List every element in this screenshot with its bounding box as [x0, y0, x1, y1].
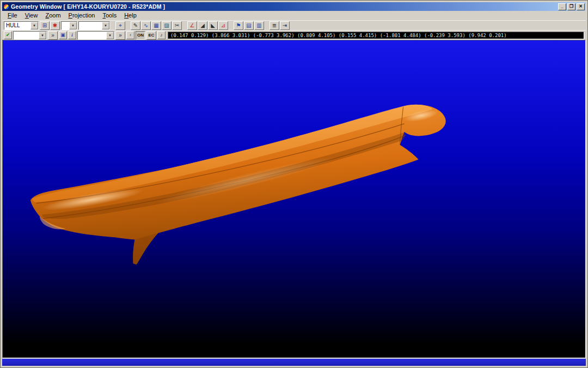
part-select-value: [62, 22, 69, 29]
info-icon: i: [71, 33, 73, 38]
export-icon: ⇥: [283, 23, 287, 28]
point-select-value: [78, 32, 106, 39]
apply-button[interactable]: ✔: [4, 31, 12, 39]
speaker-button[interactable]: ♪: [157, 31, 166, 39]
on-toggle-label: ON: [137, 33, 144, 38]
close-button[interactable]: ✕: [577, 3, 585, 10]
fast-forward-button[interactable]: »: [48, 31, 58, 40]
data-grid-icon: ▤: [246, 23, 251, 28]
trim-icon: ✂: [175, 23, 179, 28]
data-grid-button[interactable]: ▤: [244, 21, 254, 30]
table-view-button[interactable]: ▥: [254, 21, 264, 30]
surface-select-value: [79, 22, 102, 29]
double-chevron-right-icon: »: [51, 33, 54, 38]
angle-measure-button[interactable]: ∠: [187, 21, 197, 30]
toolbar-group-view: ⊞ ✱: [40, 21, 60, 30]
chevron-down-icon[interactable]: ▼: [106, 32, 114, 39]
toolbar-top: HULL ▼ ⊞ ✱ ▼ ▼ ⌖ ✎ ∿ ▦ ▨ ✂ ∠ ◢: [2, 20, 586, 30]
toolbar-group-data: ⚑ ▤ ▥: [234, 21, 264, 30]
chevron-down-icon[interactable]: ▼: [30, 22, 38, 29]
on-toggle[interactable]: ON: [136, 31, 145, 40]
chevron-down-icon[interactable]: ▼: [39, 32, 46, 39]
object-select-value: HULL: [4, 22, 30, 29]
geometry-window: Geometry Window [ E/HY14-KOURYU0720 - R5…: [0, 0, 588, 368]
draw-curve-button[interactable]: ✎: [131, 21, 140, 30]
title-bar[interactable]: Geometry Window [ E/HY14-KOURYU0720 - R5…: [2, 2, 586, 11]
table-view-icon: ▥: [256, 23, 261, 28]
draw-curve-icon: ✎: [133, 23, 138, 28]
menu-view[interactable]: View: [21, 11, 42, 20]
command-select-value: [14, 32, 39, 39]
redraw-button[interactable]: ✱: [50, 21, 60, 30]
viewport-3d[interactable]: [2, 40, 586, 358]
spline-icon: ∿: [144, 23, 148, 28]
marker-flag-button[interactable]: ⚑: [234, 21, 243, 30]
mesh-button[interactable]: ▦: [151, 21, 161, 30]
patch-triangle-button[interactable]: ◣: [208, 21, 218, 30]
spreadsheet-button[interactable]: ≣: [270, 21, 279, 30]
fairing-triangle-button[interactable]: ◢: [198, 21, 207, 30]
menu-projection[interactable]: Projection: [65, 11, 99, 20]
menu-zoom[interactable]: Zoom: [41, 11, 64, 20]
check-icon: ✔: [6, 33, 10, 38]
fast-forward-2-button[interactable]: »: [115, 31, 125, 40]
normal-check-button[interactable]: ⊿: [218, 21, 228, 30]
point-select[interactable]: ▼: [77, 31, 114, 40]
app-icon: [3, 4, 9, 10]
chevron-down-icon[interactable]: ▼: [102, 22, 109, 29]
part-select[interactable]: ▼: [61, 21, 77, 30]
toolbar-group-snap: ⌖: [115, 21, 125, 30]
toolbar-group-check: ∠ ◢ ◣ ⊿: [187, 21, 228, 30]
trim-button[interactable]: ✂: [172, 21, 182, 30]
fairing-triangle-icon: ◢: [200, 23, 205, 28]
patch-triangle-icon: ◣: [211, 23, 215, 28]
menu-tools[interactable]: Tools: [99, 11, 120, 20]
ec-toggle-label: EC: [148, 33, 154, 38]
surface-select[interactable]: ▼: [78, 21, 110, 30]
minimize-button[interactable]: _: [558, 3, 566, 10]
crosshair-snap-icon: ⌖: [119, 23, 122, 28]
menu-bar: File View Zoom Projection Tools Help: [2, 11, 586, 20]
marker-flag-icon: ⚑: [236, 23, 241, 28]
window-title: Geometry Window [ E/HY14-KOURYU0720 - R5…: [11, 3, 556, 10]
mesh-icon: ▦: [154, 23, 158, 28]
step-forward-button[interactable]: ›: [126, 31, 134, 39]
object-select[interactable]: HULL ▼: [4, 21, 39, 30]
shade-surface-icon: ▨: [164, 23, 169, 28]
angle-measure-icon: ∠: [190, 23, 195, 28]
window-controls: _ ❐ ✕: [558, 3, 585, 10]
toolbar-group-draw: ✎ ∿ ▦ ▨ ✂: [131, 21, 182, 30]
command-select[interactable]: ▼: [13, 31, 47, 40]
bottom-status-strip: [2, 359, 586, 366]
double-chevron-right-icon: »: [119, 33, 122, 38]
menu-file[interactable]: File: [4, 11, 21, 20]
export-button[interactable]: ⇥: [280, 21, 290, 30]
spline-button[interactable]: ∿: [141, 21, 151, 30]
coordinate-readout: (0.147 0.129) (3.866 3.031) (-0.773 3.96…: [168, 32, 584, 39]
hull-model: [3, 40, 585, 358]
maximize-button[interactable]: ❐: [567, 3, 575, 10]
speaker-icon: ♪: [160, 33, 163, 38]
info-button[interactable]: i: [68, 31, 76, 39]
copy-icon: ▣: [60, 33, 65, 38]
viewport-layout-icon: ⊞: [42, 23, 47, 28]
redraw-icon: ✱: [53, 23, 57, 28]
chevron-right-icon: ›: [130, 33, 131, 38]
toolbar-bottom: ✔ ▼ » ▣ i ▼ » › ON EC ♪ (0.147 0.129) (3…: [2, 30, 586, 40]
shade-surface-button[interactable]: ▨: [162, 21, 171, 30]
chevron-down-icon[interactable]: ▼: [69, 22, 77, 29]
normal-check-icon: ⊿: [221, 23, 225, 28]
menu-help[interactable]: Help: [120, 11, 140, 20]
viewport-layout-button[interactable]: ⊞: [40, 21, 50, 30]
spreadsheet-icon: ≣: [272, 23, 277, 28]
copy-button[interactable]: ▣: [59, 31, 67, 39]
toolbar-group-output: ≣ ⇥: [270, 21, 290, 30]
ec-toggle[interactable]: EC: [146, 31, 156, 40]
crosshair-snap-button[interactable]: ⌖: [115, 21, 125, 30]
